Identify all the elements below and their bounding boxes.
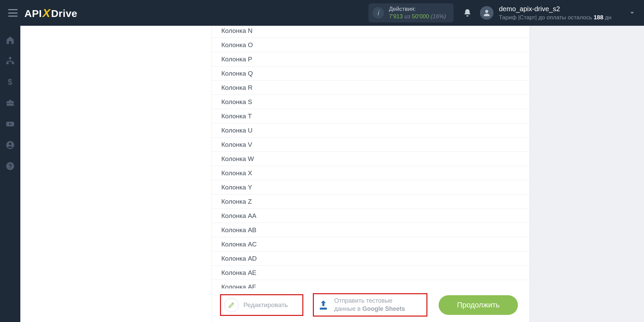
list-item[interactable]: Колонка AD	[212, 251, 529, 266]
actions-percent: (16%)	[431, 13, 446, 20]
connections-icon[interactable]	[5, 56, 15, 66]
list-item[interactable]: Колонка AB	[212, 223, 529, 237]
svg-rect-1	[9, 57, 12, 59]
briefcase-icon[interactable]	[5, 98, 15, 108]
user-block[interactable]: demo_apix-drive_s2 Тариф |Старт| до опла…	[499, 4, 611, 22]
user-name: demo_apix-drive_s2	[499, 4, 611, 14]
actions-max: 50'000	[412, 13, 429, 20]
info-icon: i	[373, 7, 384, 19]
panel-right: Колонка NКолонка OКолонка PКолонка QКоло…	[212, 26, 529, 322]
list-item[interactable]: Колонка AC	[212, 237, 529, 251]
footer-actions: Редактировать Отправить тестовые данные …	[212, 288, 529, 322]
logo[interactable]: API X Drive	[24, 6, 77, 20]
svg-rect-10	[320, 307, 327, 309]
list-item[interactable]: Колонка V	[212, 138, 529, 152]
continue-button[interactable]: Продолжить	[439, 295, 518, 315]
home-icon[interactable]	[5, 35, 15, 45]
svg-rect-3	[12, 62, 14, 64]
list-item[interactable]: Колонка X	[212, 166, 529, 180]
content: Колонка NКолонка OКолонка PКолонка QКоло…	[20, 26, 644, 322]
sidebar: $ ?	[0, 26, 20, 322]
actions-of-word: из	[404, 13, 410, 20]
list-item[interactable]: Колонка Y	[212, 180, 529, 195]
list-item[interactable]: Колонка P	[212, 52, 529, 66]
youtube-icon[interactable]	[5, 119, 15, 129]
list-item[interactable]: Колонка Q	[212, 66, 529, 81]
user-tariff: Тариф |Старт| до оплаты осталось 188 дн	[499, 14, 611, 22]
topbar: API X Drive i Действия: 7'913 из 50'000 …	[0, 0, 644, 26]
list-item[interactable]: Колонка T	[212, 109, 529, 123]
list-item[interactable]: Колонка AF	[212, 280, 529, 288]
user-icon[interactable]	[5, 140, 15, 150]
list-item[interactable]: Колонка W	[212, 152, 529, 166]
layout: $ ? Колонка NКолонка OКолонка PКолонка Q…	[0, 26, 644, 322]
mapping-panel: Колонка NКолонка OКолонка PКолонка QКоло…	[20, 26, 529, 322]
hamburger-menu-button[interactable]	[8, 9, 18, 17]
list-item[interactable]: Колонка R	[212, 81, 529, 95]
list-item[interactable]: Колонка O	[212, 38, 529, 52]
list-item[interactable]: Колонка S	[212, 95, 529, 109]
bell-icon[interactable]	[463, 8, 472, 17]
column-list: Колонка NКолонка OКолонка PКолонка QКоло…	[212, 26, 529, 288]
svg-point-7	[9, 143, 12, 145]
chevron-down-icon[interactable]	[628, 9, 636, 17]
pencil-icon	[224, 298, 239, 312]
edit-button[interactable]: Редактировать	[220, 294, 303, 316]
svg-text:?: ?	[8, 163, 12, 169]
svg-point-0	[485, 10, 488, 13]
svg-rect-2	[6, 62, 8, 64]
panel-left-empty	[20, 26, 212, 322]
actions-counter-text: Действия: 7'913 из 50'000 (16%)	[389, 5, 446, 20]
list-item[interactable]: Колонка Z	[212, 195, 529, 209]
edit-label: Редактировать	[243, 301, 288, 309]
logo-x: X	[43, 6, 51, 20]
actions-current: 7'913	[389, 13, 403, 20]
svg-text:$: $	[8, 78, 12, 86]
list-item[interactable]: Колонка AE	[212, 266, 529, 280]
actions-label: Действия:	[389, 5, 446, 13]
list-item[interactable]: Колонка N	[212, 26, 529, 38]
avatar[interactable]	[480, 6, 494, 20]
send-label: Отправить тестовые данные в Google Sheet…	[334, 297, 405, 313]
logo-api: API	[24, 8, 42, 19]
actions-counter-chip[interactable]: i Действия: 7'913 из 50'000 (16%)	[368, 3, 454, 22]
help-icon[interactable]: ?	[5, 161, 15, 171]
logo-drive: Drive	[51, 8, 78, 19]
list-item[interactable]: Колонка AA	[212, 209, 529, 223]
dollar-icon[interactable]: $	[5, 77, 15, 87]
upload-icon	[317, 299, 329, 311]
list-item[interactable]: Колонка U	[212, 123, 529, 138]
send-test-data-button[interactable]: Отправить тестовые данные в Google Sheet…	[313, 293, 427, 317]
